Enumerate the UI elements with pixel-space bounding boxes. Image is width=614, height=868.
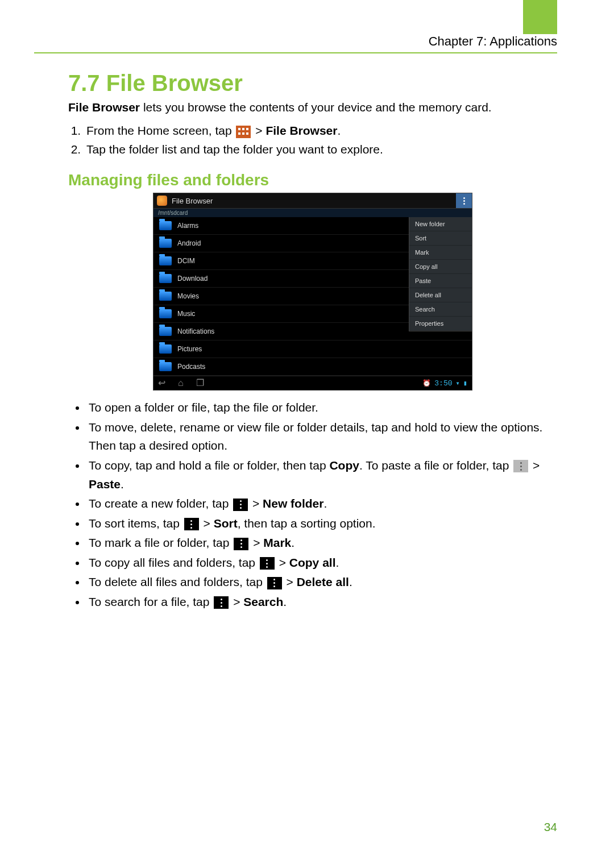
folder-icon	[159, 327, 172, 336]
folder-icon	[159, 274, 172, 283]
text: >	[287, 575, 297, 588]
folder-label: Alarms	[177, 222, 198, 230]
bullet-copy-paste: To copy, tap and hold a file or folder, …	[86, 456, 557, 493]
text: To search for a file, tap	[89, 595, 213, 608]
bullet-list: To open a folder or file, tap the file o…	[68, 398, 557, 611]
bullet-open: To open a folder or file, tap the file o…	[86, 398, 557, 417]
bold: Copy all	[289, 556, 336, 569]
overflow-icon	[260, 557, 275, 570]
app-title: File Browser	[172, 197, 213, 205]
device-navbar: ↩ ⌂ ❐ ⏰ 3:50 ▾ ▮	[154, 376, 472, 390]
text: .	[121, 477, 124, 491]
folder-label: Movies	[177, 292, 199, 300]
step-1-bold: File Browser	[265, 124, 337, 137]
text: .	[323, 497, 327, 510]
folder-icon	[159, 362, 172, 371]
apps-grid-icon	[236, 126, 251, 138]
intro-paragraph: File Browser lets you browse the content…	[68, 99, 557, 115]
text: .	[283, 595, 287, 608]
screenshot-wrap: File Browser /mnt/sdcard Alarms Android …	[68, 193, 557, 391]
section-title: 7.7 File Browser	[68, 70, 557, 96]
menu-item-mark[interactable]: Mark	[409, 246, 472, 260]
step-1-text-b: >	[255, 124, 265, 137]
bold: Copy	[329, 459, 359, 472]
decorative-top-tab	[523, 0, 557, 34]
device-body: Alarms Android DCIM Download Movies Musi…	[154, 217, 472, 376]
overflow-icon	[214, 596, 229, 609]
menu-item-properties[interactable]: Properties	[409, 317, 472, 331]
overflow-icon	[184, 518, 199, 530]
menu-item-sort[interactable]: Sort	[409, 231, 472, 246]
folder-icon	[159, 309, 172, 318]
bullet-new-folder: To create a new folder, tap > New folder…	[86, 495, 557, 513]
folder-label: Android	[177, 239, 201, 247]
menu-item-search[interactable]: Search	[409, 302, 472, 317]
folder-label: Notifications	[177, 327, 214, 335]
folder-icon	[159, 239, 172, 248]
status-right: ⏰ 3:50 ▾ ▮	[422, 379, 467, 388]
bold: Search	[243, 595, 283, 608]
bold: Delete all	[297, 575, 349, 588]
overflow-icon	[234, 538, 248, 550]
status-clock: 3:50	[434, 379, 452, 388]
bullet-delete-all: To delete all files and folders, tap > D…	[86, 573, 557, 592]
menu-item-copy-all[interactable]: Copy all	[409, 260, 472, 274]
page-number: 34	[544, 820, 557, 834]
text: >	[252, 497, 263, 510]
folder-label: Download	[177, 275, 208, 283]
step-1-text-d: .	[337, 124, 341, 137]
page-content: Chapter 7: Applications 7.7 File Browser…	[34, 34, 557, 612]
bullet-copy-all: To copy all files and folders, tap > Cop…	[86, 554, 557, 572]
steps-list: From the Home screen, tap > File Browser…	[68, 122, 557, 159]
text: . To paste a file or folder, tap	[359, 459, 512, 472]
bold: Paste	[89, 477, 121, 491]
menu-item-new-folder[interactable]: New folder	[409, 217, 472, 231]
folder-label: DCIM	[177, 257, 195, 265]
intro-strong: File Browser	[68, 101, 140, 114]
overflow-icon	[267, 577, 282, 589]
path-bar[interactable]: /mnt/sdcard	[154, 209, 472, 217]
folder-item[interactable]: Pictures	[154, 340, 472, 358]
bold: Sort	[214, 517, 238, 530]
alarm-icon: ⏰	[422, 379, 431, 388]
text: To sort items, tap	[89, 517, 183, 530]
recent-icon[interactable]: ❐	[196, 379, 204, 388]
folder-label: Music	[177, 310, 195, 318]
context-menu: New folder Sort Mark Copy all Paste Dele…	[409, 217, 472, 331]
bullet-sort: To sort items, tap > Sort, then tap a so…	[86, 514, 557, 533]
text: To copy, tap and hold a file or folder, …	[89, 459, 329, 472]
menu-item-paste[interactable]: Paste	[409, 274, 472, 288]
text: >	[233, 595, 243, 608]
folder-icon	[159, 344, 172, 354]
step-1-text-a: From the Home screen, tap	[86, 124, 235, 137]
text: , then tap a sorting option.	[238, 517, 376, 530]
folder-item[interactable]: Podcasts	[154, 358, 472, 376]
intro-rest: lets you browse the contents of your dev…	[140, 101, 492, 114]
device-screenshot: File Browser /mnt/sdcard Alarms Android …	[153, 193, 472, 391]
folder-label: Podcasts	[177, 363, 205, 371]
more-icon	[463, 197, 465, 205]
back-icon[interactable]: ↩	[158, 379, 165, 388]
step-2: Tap the folder list and tap the folder y…	[84, 140, 557, 159]
folder-label: Pictures	[177, 345, 202, 353]
step-1: From the Home screen, tap > File Browser…	[84, 122, 557, 140]
folder-icon	[159, 256, 172, 265]
bullet-mark: To mark a file or folder, tap > Mark.	[86, 534, 557, 553]
text: >	[533, 459, 540, 472]
text: >	[204, 517, 214, 530]
home-icon[interactable]: ⌂	[178, 379, 184, 388]
device-header: File Browser	[154, 193, 472, 209]
overflow-icon	[513, 460, 528, 472]
chapter-header: Chapter 7: Applications	[34, 34, 557, 53]
text: >	[279, 556, 289, 569]
text: To mark a file or folder, tap	[89, 536, 233, 549]
text: To create a new folder, tap	[89, 497, 232, 510]
bold: New folder	[263, 497, 323, 510]
file-browser-app-icon	[157, 196, 167, 206]
menu-item-delete-all[interactable]: Delete all	[409, 288, 472, 302]
battery-icon: ▮	[463, 379, 467, 388]
bullet-move-delete: To move, delete, rename or view file or …	[86, 418, 557, 455]
overflow-menu-button[interactable]	[456, 193, 472, 208]
text: To delete all files and folders, tap	[89, 575, 266, 588]
text: .	[291, 536, 294, 549]
